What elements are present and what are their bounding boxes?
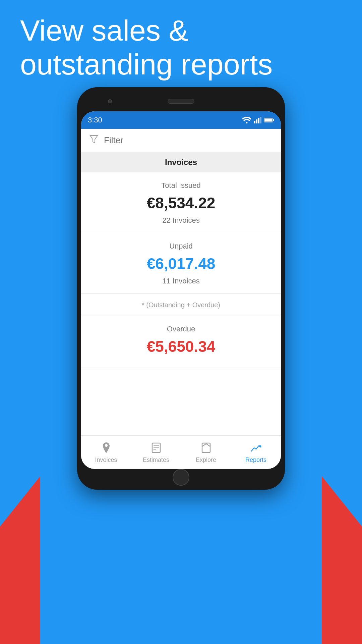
nav-item-invoices[interactable]: Invoices bbox=[81, 436, 131, 469]
unpaid-count: 11 Invoices bbox=[89, 277, 273, 285]
svg-rect-3 bbox=[258, 118, 259, 123]
phone-home-btn bbox=[173, 469, 189, 486]
total-issued-amount: €8,534.22 bbox=[89, 194, 273, 212]
svg-point-0 bbox=[246, 122, 248, 124]
nav-item-reports[interactable]: Reports bbox=[231, 436, 281, 469]
phone-mockup: 3:30 bbox=[77, 87, 285, 557]
hero-text: View sales & outstanding reports bbox=[20, 13, 342, 81]
invoices-title: Invoices bbox=[165, 158, 197, 167]
phone-speaker bbox=[168, 99, 194, 104]
overdue-amount: €5,650.34 bbox=[89, 337, 273, 356]
invoices-nav-icon bbox=[100, 441, 113, 454]
nav-item-estimates[interactable]: Estimates bbox=[131, 436, 181, 469]
overdue-card: Overdue €5,650.34 bbox=[81, 317, 281, 368]
total-issued-count: 22 Invoices bbox=[89, 216, 273, 225]
reports-nav-label: Reports bbox=[245, 457, 266, 464]
total-issued-card: Total Issued €8,534.22 22 Invoices bbox=[81, 173, 281, 233]
hero-line2: outstanding reports bbox=[20, 47, 342, 81]
reports-nav-icon bbox=[249, 441, 263, 454]
overdue-label: Overdue bbox=[89, 325, 273, 333]
svg-rect-13 bbox=[202, 443, 210, 452]
status-time: 3:30 bbox=[88, 116, 102, 124]
battery-icon bbox=[264, 117, 274, 123]
status-bar: 3:30 bbox=[81, 111, 281, 129]
estimates-nav-icon bbox=[149, 441, 163, 454]
explore-nav-icon bbox=[199, 441, 213, 454]
svg-rect-7 bbox=[265, 119, 272, 122]
bottom-nav: Invoices Estimates bbox=[81, 435, 281, 469]
note-text: * (Outstanding + Overdue) bbox=[142, 301, 220, 309]
total-issued-label: Total Issued bbox=[89, 181, 273, 190]
status-icons bbox=[242, 117, 274, 123]
screen-content: Filter Invoices Total Issued €8,534.22 2… bbox=[81, 129, 281, 435]
invoices-nav-label: Invoices bbox=[95, 457, 117, 464]
filter-icon bbox=[89, 135, 99, 146]
unpaid-card: Unpaid €6,017.48 11 Invoices bbox=[81, 234, 281, 294]
svg-marker-8 bbox=[90, 136, 98, 143]
note-card: * (Outstanding + Overdue) bbox=[81, 294, 281, 316]
filter-label: Filter bbox=[104, 135, 123, 146]
svg-rect-2 bbox=[256, 119, 257, 123]
hero-line1: View sales & bbox=[20, 13, 342, 47]
unpaid-amount: €6,017.48 bbox=[89, 255, 273, 273]
phone-camera bbox=[108, 99, 112, 103]
section-header-invoices: Invoices bbox=[81, 152, 281, 172]
signal-icon bbox=[254, 117, 261, 123]
nav-item-explore[interactable]: Explore bbox=[181, 436, 231, 469]
svg-rect-4 bbox=[260, 117, 261, 123]
estimates-nav-label: Estimates bbox=[143, 457, 169, 464]
phone-screen: 3:30 bbox=[81, 111, 281, 469]
svg-rect-6 bbox=[273, 119, 274, 121]
unpaid-label: Unpaid bbox=[89, 242, 273, 251]
filter-bar[interactable]: Filter bbox=[81, 129, 281, 152]
explore-nav-label: Explore bbox=[196, 457, 216, 464]
svg-rect-1 bbox=[254, 121, 255, 123]
wifi-icon bbox=[242, 117, 251, 123]
